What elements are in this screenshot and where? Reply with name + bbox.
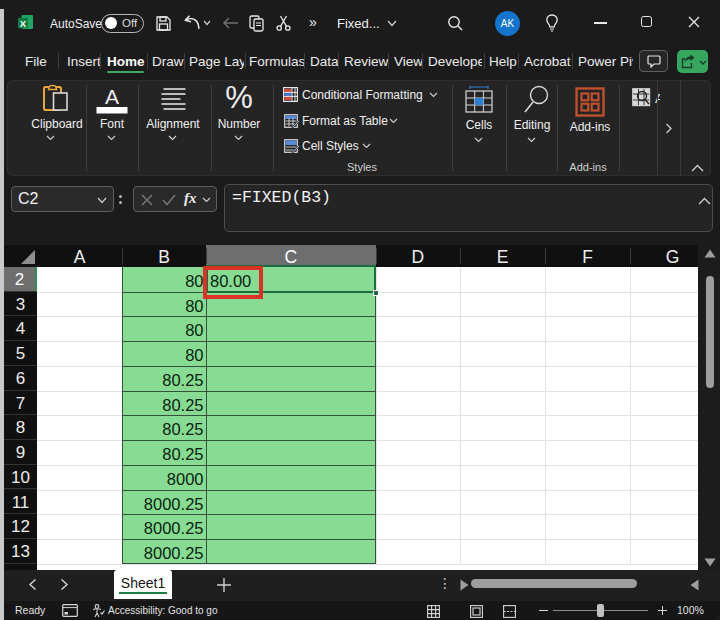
svg-text:A: A [105, 85, 119, 108]
svg-text:X: X [20, 18, 27, 29]
